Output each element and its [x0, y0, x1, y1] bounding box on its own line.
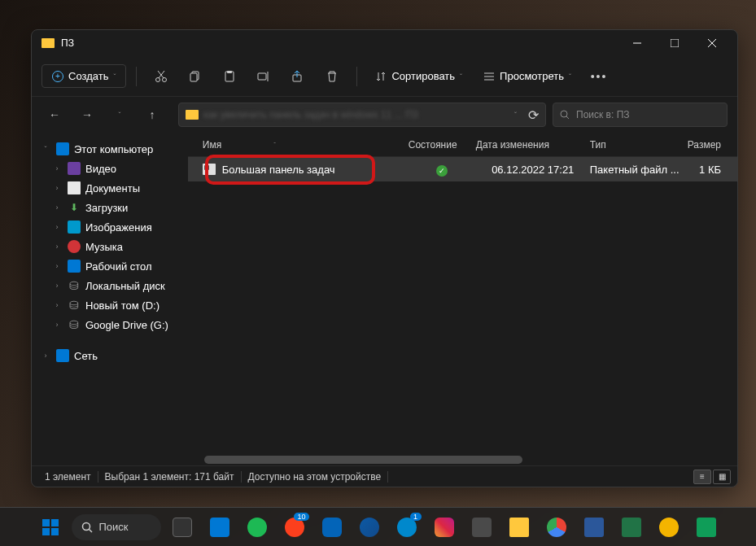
- svg-line-19: [566, 116, 569, 119]
- svg-line-7: [158, 71, 164, 78]
- rename-button[interactable]: [249, 62, 278, 91]
- chevron-down-icon[interactable]: ˇ: [514, 111, 517, 119]
- sidebar-network[interactable]: › Сеть: [35, 346, 185, 365]
- desktop-icon: [68, 260, 81, 273]
- tiles-view-button[interactable]: ▦: [713, 470, 731, 484]
- svg-point-5: [163, 77, 167, 81]
- sidebar-this-pc[interactable]: ˇ Этот компьютер: [35, 139, 185, 159]
- app-chrome[interactable]: [540, 511, 573, 544]
- app-sheets[interactable]: [690, 511, 723, 544]
- view-button[interactable]: Просмотреть ˇ: [475, 65, 579, 87]
- taskbar-search[interactable]: Поиск: [72, 514, 161, 540]
- status-available: Доступно на этом устройстве: [242, 471, 389, 483]
- minimize-button[interactable]: [618, 30, 656, 56]
- task-view-button[interactable]: [166, 511, 199, 544]
- sidebar: ˇ Этот компьютер ›Видео ›Документы ›⬇Заг…: [32, 133, 188, 465]
- app-yandex[interactable]: 10: [278, 511, 311, 544]
- folder-icon: [42, 38, 55, 48]
- check-icon: ✓: [436, 165, 448, 177]
- svg-point-18: [561, 111, 567, 117]
- pc-icon: [56, 142, 69, 155]
- file-size: 1 КБ: [688, 164, 737, 176]
- file-row[interactable]: Большая панель задач ✓ 06.12.2022 17:21 …: [188, 157, 737, 181]
- details-view-button[interactable]: ≡: [693, 470, 711, 484]
- chevron-down-icon[interactable]: ˇ: [107, 102, 133, 128]
- svg-line-6: [159, 71, 164, 78]
- refresh-button[interactable]: ⟳: [528, 107, 539, 123]
- app-calculator[interactable]: [203, 511, 236, 544]
- app-telegram[interactable]: 1: [391, 511, 423, 544]
- sidebar-item-downloads[interactable]: ›⬇Загрузки: [35, 198, 185, 217]
- explorer-window: ПЗ + Создать ˇ Сортировать: [31, 29, 738, 487]
- app-instagram[interactable]: [428, 511, 461, 544]
- paste-button[interactable]: [215, 62, 244, 91]
- sidebar-item-documents[interactable]: ›Документы: [35, 178, 185, 198]
- app-word[interactable]: [578, 511, 610, 544]
- svg-point-4: [156, 77, 160, 81]
- app-onedrive[interactable]: [316, 511, 348, 544]
- sidebar-item-video[interactable]: ›Видео: [35, 159, 185, 178]
- sidebar-item-pictures[interactable]: ›Изображения: [35, 217, 185, 237]
- app-phone[interactable]: [465, 511, 498, 544]
- badge: 10: [294, 513, 308, 521]
- sidebar-item-desktop[interactable]: ›Рабочий стол: [35, 256, 185, 276]
- file-name: Большая панель задач: [222, 164, 409, 176]
- file-date: 06.12.2022 17:21: [476, 164, 590, 176]
- batch-file-icon: [203, 164, 216, 175]
- chevron-down-icon: ˇ: [113, 72, 116, 81]
- chevron-right-icon: ›: [51, 184, 63, 192]
- address-bar[interactable]: как увеличить панель задач в windows 11 …: [178, 103, 546, 127]
- svg-rect-1: [671, 39, 679, 47]
- close-button[interactable]: [693, 30, 731, 56]
- file-list: Имяˆ Состояние Дата изменения Тип Размер…: [188, 133, 737, 465]
- app-edge[interactable]: [353, 511, 386, 544]
- back-button[interactable]: ←: [42, 102, 68, 128]
- chevron-down-icon: ˇ: [40, 145, 51, 153]
- delete-button[interactable]: [317, 62, 347, 91]
- share-button[interactable]: [283, 62, 312, 91]
- folder-icon: [186, 110, 199, 120]
- toolbar: + Создать ˇ Сортировать ˇ Просмотреть ˇ: [32, 56, 737, 97]
- titlebar[interactable]: ПЗ: [32, 30, 737, 56]
- up-button[interactable]: ↑: [139, 102, 165, 128]
- search-input[interactable]: Поиск в: ПЗ: [553, 103, 728, 127]
- chevron-right-icon: ›: [51, 301, 63, 309]
- sidebar-item-local-disk[interactable]: ›⛁Локальный диск: [35, 276, 185, 295]
- sidebar-item-gdrive[interactable]: ›⛁Google Drive (G:): [35, 315, 185, 334]
- chevron-right-icon: ›: [51, 282, 63, 290]
- document-icon: [68, 181, 81, 194]
- chevron-right-icon: ›: [51, 262, 63, 270]
- sidebar-item-music[interactable]: ›Музыка: [35, 237, 185, 256]
- view-icon: [483, 71, 495, 82]
- col-type[interactable]: Тип: [590, 139, 688, 151]
- forward-button[interactable]: →: [74, 102, 100, 128]
- picture-icon: [68, 221, 81, 234]
- scrollbar-horizontal[interactable]: [204, 456, 734, 464]
- download-icon: ⬇: [68, 201, 81, 214]
- chevron-right-icon: ›: [51, 203, 63, 212]
- chevron-right-icon: ›: [51, 242, 63, 251]
- sort-button[interactable]: Сортировать ˇ: [367, 65, 470, 87]
- start-button[interactable]: [34, 511, 67, 544]
- app-excel[interactable]: [615, 511, 648, 544]
- more-button[interactable]: •••: [584, 62, 614, 91]
- status-count: 1 элемент: [38, 471, 98, 483]
- new-button[interactable]: + Создать ˇ: [42, 64, 126, 88]
- app-explorer[interactable]: [503, 511, 535, 544]
- statusbar: 1 элемент Выбран 1 элемент: 171 байт Дос…: [32, 465, 737, 487]
- sidebar-item-volume-d[interactable]: ›⛁Новый том (D:): [35, 295, 185, 315]
- maximize-button[interactable]: [656, 30, 693, 56]
- sort-arrow-icon: ˆ: [273, 141, 276, 148]
- cut-button[interactable]: [146, 62, 176, 91]
- col-size[interactable]: Размер: [688, 139, 737, 151]
- app-spotify[interactable]: [241, 511, 273, 544]
- col-state[interactable]: Состояние: [409, 139, 476, 151]
- plus-icon: +: [52, 71, 63, 82]
- col-date[interactable]: Дата изменения: [476, 139, 590, 151]
- drive-icon: ⛁: [68, 318, 81, 331]
- file-state: ✓: [409, 162, 476, 177]
- copy-button[interactable]: [181, 62, 210, 91]
- app-chrome-canary[interactable]: [653, 511, 685, 544]
- col-name[interactable]: Имяˆ: [203, 139, 409, 151]
- video-icon: [68, 162, 81, 175]
